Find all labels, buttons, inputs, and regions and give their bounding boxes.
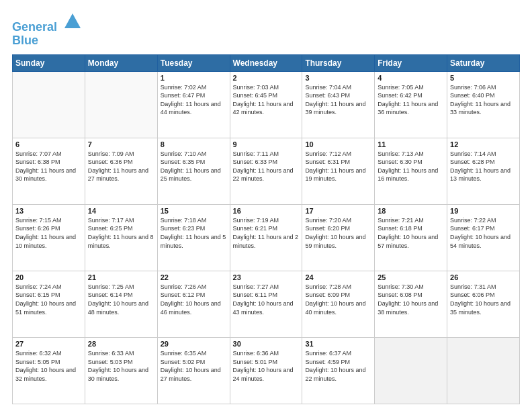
calendar-cell: 30Sunrise: 6:36 AM Sunset: 5:01 PM Dayli… [230, 337, 302, 404]
day-info: Sunrise: 7:11 AM Sunset: 6:33 PM Dayligh… [233, 150, 300, 183]
day-number: 29 [161, 340, 227, 348]
calendar-cell: 19Sunrise: 7:22 AM Sunset: 6:17 PM Dayli… [447, 204, 520, 271]
calendar-cell: 26Sunrise: 7:31 AM Sunset: 6:06 PM Dayli… [447, 271, 520, 337]
day-info: Sunrise: 7:07 AM Sunset: 6:38 PM Dayligh… [15, 150, 82, 183]
weekday-header-row: SundayMondayTuesdayWednesdayThursdayFrid… [13, 54, 520, 71]
day-number: 7 [88, 140, 154, 148]
day-info: Sunrise: 6:35 AM Sunset: 5:02 PM Dayligh… [161, 349, 227, 383]
day-number: 23 [233, 273, 300, 281]
page: General Blue SundayMondayTuesdayWednesda… [0, 0, 532, 411]
calendar-cell: 25Sunrise: 7:30 AM Sunset: 6:08 PM Dayli… [375, 271, 447, 337]
day-number: 27 [15, 340, 82, 348]
day-number: 19 [450, 207, 517, 215]
calendar-cell: 21Sunrise: 7:25 AM Sunset: 6:14 PM Dayli… [85, 271, 157, 337]
day-info: Sunrise: 6:33 AM Sunset: 5:03 PM Dayligh… [88, 349, 154, 383]
calendar-cell: 6Sunrise: 7:07 AM Sunset: 6:38 PM Daylig… [13, 138, 85, 204]
day-number: 2 [233, 74, 300, 82]
calendar-cell: 8Sunrise: 7:10 AM Sunset: 6:35 PM Daylig… [157, 138, 230, 204]
day-number: 17 [305, 207, 371, 215]
week-row-0: 1Sunrise: 7:02 AM Sunset: 6:47 PM Daylig… [13, 71, 520, 138]
weekday-saturday: Saturday [447, 54, 520, 71]
day-info: Sunrise: 7:30 AM Sunset: 6:08 PM Dayligh… [378, 283, 444, 316]
day-info: Sunrise: 7:15 AM Sunset: 6:26 PM Dayligh… [15, 216, 82, 250]
day-number: 31 [305, 340, 371, 348]
day-number: 15 [161, 207, 227, 215]
calendar-table: SundayMondayTuesdayWednesdayThursdayFrid… [12, 54, 520, 404]
day-number: 14 [88, 207, 154, 215]
calendar-cell: 4Sunrise: 7:05 AM Sunset: 6:42 PM Daylig… [375, 71, 447, 138]
day-number: 5 [450, 74, 517, 82]
day-info: Sunrise: 7:24 AM Sunset: 6:15 PM Dayligh… [15, 283, 82, 316]
calendar-cell: 24Sunrise: 7:28 AM Sunset: 6:09 PM Dayli… [302, 271, 375, 337]
calendar-cell: 28Sunrise: 6:33 AM Sunset: 5:03 PM Dayli… [85, 337, 157, 404]
calendar-cell: 20Sunrise: 7:24 AM Sunset: 6:15 PM Dayli… [13, 271, 85, 337]
day-number: 16 [233, 207, 300, 215]
calendar-cell: 29Sunrise: 6:35 AM Sunset: 5:02 PM Dayli… [157, 337, 230, 404]
calendar-cell: 17Sunrise: 7:20 AM Sunset: 6:20 PM Dayli… [302, 204, 375, 271]
header: General Blue [12, 12, 520, 48]
day-info: Sunrise: 7:04 AM Sunset: 6:43 PM Dayligh… [305, 83, 371, 117]
calendar-cell: 22Sunrise: 7:26 AM Sunset: 6:12 PM Dayli… [157, 271, 230, 337]
day-number: 12 [450, 140, 517, 148]
day-number: 24 [305, 273, 371, 281]
day-info: Sunrise: 7:20 AM Sunset: 6:20 PM Dayligh… [305, 216, 371, 250]
logo-blue: Blue [12, 34, 82, 48]
calendar-cell: 18Sunrise: 7:21 AM Sunset: 6:18 PM Dayli… [375, 204, 447, 271]
svg-marker-0 [64, 13, 81, 28]
day-number: 25 [378, 273, 444, 281]
calendar-cell: 31Sunrise: 6:37 AM Sunset: 4:59 PM Dayli… [302, 337, 375, 404]
calendar-cell: 27Sunrise: 6:32 AM Sunset: 5:05 PM Dayli… [13, 337, 85, 404]
day-number: 13 [15, 207, 82, 215]
day-info: Sunrise: 7:14 AM Sunset: 6:28 PM Dayligh… [450, 150, 517, 183]
calendar-cell: 23Sunrise: 7:27 AM Sunset: 6:11 PM Dayli… [230, 271, 302, 337]
week-row-2: 13Sunrise: 7:15 AM Sunset: 6:26 PM Dayli… [13, 204, 520, 271]
calendar-cell: 12Sunrise: 7:14 AM Sunset: 6:28 PM Dayli… [447, 138, 520, 204]
day-number: 26 [450, 273, 517, 281]
logo-icon [63, 12, 82, 31]
day-info: Sunrise: 7:12 AM Sunset: 6:31 PM Dayligh… [305, 150, 371, 183]
weekday-sunday: Sunday [13, 54, 85, 71]
day-info: Sunrise: 7:22 AM Sunset: 6:17 PM Dayligh… [450, 216, 517, 250]
day-info: Sunrise: 7:31 AM Sunset: 6:06 PM Dayligh… [450, 283, 517, 316]
day-number: 18 [378, 207, 444, 215]
day-info: Sunrise: 7:28 AM Sunset: 6:09 PM Dayligh… [305, 283, 371, 316]
calendar-cell: 10Sunrise: 7:12 AM Sunset: 6:31 PM Dayli… [302, 138, 375, 204]
calendar-cell [85, 71, 157, 138]
calendar-cell: 3Sunrise: 7:04 AM Sunset: 6:43 PM Daylig… [302, 71, 375, 138]
calendar-cell [447, 337, 520, 404]
day-number: 20 [15, 273, 82, 281]
weekday-wednesday: Wednesday [230, 54, 302, 71]
day-info: Sunrise: 7:13 AM Sunset: 6:30 PM Dayligh… [378, 150, 444, 183]
day-info: Sunrise: 7:17 AM Sunset: 6:25 PM Dayligh… [88, 216, 154, 250]
day-number: 6 [15, 140, 82, 148]
calendar-cell: 13Sunrise: 7:15 AM Sunset: 6:26 PM Dayli… [13, 204, 85, 271]
day-info: Sunrise: 7:03 AM Sunset: 6:45 PM Dayligh… [233, 83, 300, 117]
day-number: 22 [161, 273, 227, 281]
calendar-cell: 15Sunrise: 7:18 AM Sunset: 6:23 PM Dayli… [157, 204, 230, 271]
day-number: 21 [88, 273, 154, 281]
weekday-monday: Monday [85, 54, 157, 71]
day-number: 4 [378, 74, 444, 82]
calendar-cell: 16Sunrise: 7:19 AM Sunset: 6:21 PM Dayli… [230, 204, 302, 271]
day-info: Sunrise: 6:37 AM Sunset: 4:59 PM Dayligh… [305, 349, 371, 383]
day-info: Sunrise: 7:10 AM Sunset: 6:35 PM Dayligh… [161, 150, 227, 183]
calendar-cell [375, 337, 447, 404]
logo: General Blue [12, 12, 82, 48]
day-info: Sunrise: 7:18 AM Sunset: 6:23 PM Dayligh… [161, 216, 227, 250]
logo-general: General [12, 20, 57, 34]
day-info: Sunrise: 6:36 AM Sunset: 5:01 PM Dayligh… [233, 349, 300, 383]
calendar-cell [13, 71, 85, 138]
calendar-cell: 9Sunrise: 7:11 AM Sunset: 6:33 PM Daylig… [230, 138, 302, 204]
day-info: Sunrise: 7:19 AM Sunset: 6:21 PM Dayligh… [233, 216, 300, 250]
day-number: 9 [233, 140, 300, 148]
calendar-cell: 2Sunrise: 7:03 AM Sunset: 6:45 PM Daylig… [230, 71, 302, 138]
day-info: Sunrise: 6:32 AM Sunset: 5:05 PM Dayligh… [15, 349, 82, 383]
weekday-friday: Friday [375, 54, 447, 71]
calendar-cell: 5Sunrise: 7:06 AM Sunset: 6:40 PM Daylig… [447, 71, 520, 138]
logo-text: General [12, 12, 82, 34]
day-info: Sunrise: 7:21 AM Sunset: 6:18 PM Dayligh… [378, 216, 444, 250]
week-row-4: 27Sunrise: 6:32 AM Sunset: 5:05 PM Dayli… [13, 337, 520, 404]
day-number: 28 [88, 340, 154, 348]
day-number: 11 [378, 140, 444, 148]
calendar-cell: 7Sunrise: 7:09 AM Sunset: 6:36 PM Daylig… [85, 138, 157, 204]
